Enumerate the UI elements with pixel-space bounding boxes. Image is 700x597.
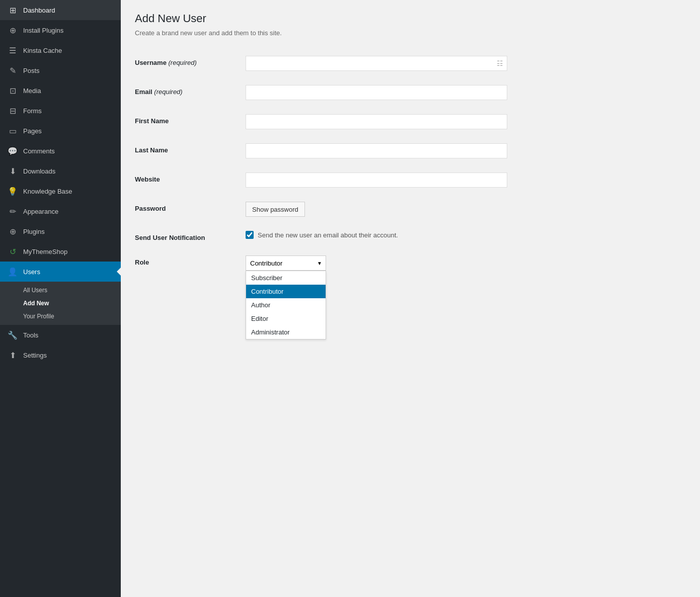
role-dropdown-trigger[interactable]: Contributor ▼ bbox=[246, 255, 326, 271]
username-input-wrap: ☷ bbox=[246, 56, 507, 71]
posts-icon: ✎ bbox=[7, 65, 18, 76]
comments-icon: 💬 bbox=[7, 145, 18, 156]
password-label: Password bbox=[135, 202, 246, 212]
dropdown-arrow-icon: ▼ bbox=[317, 261, 322, 266]
notification-checkbox-row: Send the new user an email about their a… bbox=[246, 231, 686, 239]
sidebar-item-downloads[interactable]: ⬇ Downloads bbox=[0, 161, 121, 181]
role-selected-value: Contributor bbox=[250, 260, 282, 267]
install-plugins-icon: ⊕ bbox=[7, 25, 18, 36]
lastname-field-wrap bbox=[246, 143, 686, 158]
sidebar-item-install-plugins[interactable]: ⊕ Install Plugins bbox=[0, 20, 121, 40]
sidebar-item-media[interactable]: ⊡ Media bbox=[0, 80, 121, 101]
password-field-wrap: Show password bbox=[246, 202, 686, 217]
username-field: ☷ bbox=[246, 56, 686, 71]
role-option-contributor[interactable]: Contributor bbox=[246, 285, 326, 298]
notification-checkbox-label: Send the new user an email about their a… bbox=[258, 231, 398, 239]
main-content: Add New User Create a brand new user and… bbox=[121, 0, 700, 597]
knowledge-base-icon: 💡 bbox=[7, 186, 18, 197]
sidebar-item-tools[interactable]: 🔧 Tools bbox=[0, 325, 121, 345]
role-select-wrap: Subscriber Contributor Author Editor Adm… bbox=[246, 255, 326, 271]
lastname-label: Last Name bbox=[135, 143, 246, 154]
users-submenu: All Users Add New Your Profile bbox=[0, 282, 121, 325]
username-input[interactable] bbox=[246, 56, 507, 71]
email-row: Email (required) bbox=[135, 78, 686, 107]
sidebar-item-label: Install Plugins bbox=[23, 27, 63, 34]
role-option-editor[interactable]: Editor bbox=[246, 312, 326, 325]
sidebar-item-settings[interactable]: ⬆ Settings bbox=[0, 345, 121, 365]
sidebar-item-label: Pages bbox=[23, 127, 42, 135]
sidebar-item-label: Plugins bbox=[23, 228, 45, 235]
email-label: Email (required) bbox=[135, 85, 246, 96]
sidebar-item-kinsta-cache[interactable]: ☰ Kinsta Cache bbox=[0, 40, 121, 60]
notification-label: Send User Notification bbox=[135, 231, 246, 241]
lastname-input[interactable] bbox=[246, 143, 507, 158]
sidebar-item-label: Settings bbox=[23, 352, 47, 359]
lastname-row: Last Name bbox=[135, 136, 686, 165]
sidebar-item-label: Downloads bbox=[23, 167, 55, 175]
sidebar-item-label: Tools bbox=[23, 331, 38, 339]
sidebar-item-label: Media bbox=[23, 87, 41, 95]
sidebar-item-label: Kinsta Cache bbox=[23, 47, 62, 54]
pages-icon: ▭ bbox=[7, 125, 18, 136]
website-row: Website bbox=[135, 165, 686, 195]
email-input[interactable] bbox=[246, 85, 507, 100]
dashboard-icon: ⊞ bbox=[7, 5, 18, 16]
submit-row: Add New User bbox=[135, 286, 686, 306]
sidebar: ⊞ Dashboard ⊕ Install Plugins ☰ Kinsta C… bbox=[0, 0, 121, 597]
role-field-wrap: Subscriber Contributor Author Editor Adm… bbox=[246, 255, 686, 271]
media-icon: ⊡ bbox=[7, 85, 18, 96]
role-row: Role Subscriber Contributor Author Edito… bbox=[135, 248, 686, 278]
website-input[interactable] bbox=[246, 173, 507, 188]
username-row: Username (required) ☷ bbox=[135, 49, 686, 78]
sidebar-item-label: Posts bbox=[23, 67, 40, 74]
plugins-icon: ⊕ bbox=[7, 226, 18, 237]
role-label: Role bbox=[135, 255, 246, 266]
sidebar-item-label: Appearance bbox=[23, 208, 58, 215]
sidebar-item-comments[interactable]: 💬 Comments bbox=[0, 141, 121, 161]
role-option-administrator[interactable]: Administrator bbox=[246, 325, 326, 339]
notification-row: Send User Notification Send the new user… bbox=[135, 224, 686, 248]
firstname-field-wrap bbox=[246, 114, 686, 129]
firstname-input[interactable] bbox=[246, 114, 507, 129]
role-option-author[interactable]: Author bbox=[246, 298, 326, 312]
mythemeshop-icon: ↺ bbox=[7, 246, 18, 257]
show-password-button[interactable]: Show password bbox=[246, 202, 305, 217]
page-subtitle: Create a brand new user and add them to … bbox=[135, 29, 686, 37]
email-field-wrap bbox=[246, 85, 686, 100]
role-dropdown-open: Subscriber Contributor Author Editor Adm… bbox=[246, 271, 326, 339]
sidebar-item-label: Knowledge Base bbox=[23, 188, 72, 195]
sidebar-item-mythemeshop[interactable]: ↺ MyThemeShop bbox=[0, 241, 121, 262]
sidebar-item-appearance[interactable]: ✏ Appearance bbox=[0, 201, 121, 221]
submenu-all-users[interactable]: All Users bbox=[0, 284, 121, 297]
firstname-label: First Name bbox=[135, 114, 246, 125]
submenu-add-new[interactable]: Add New bbox=[0, 297, 121, 310]
users-icon: 👤 bbox=[7, 266, 18, 277]
sidebar-item-label: Comments bbox=[23, 147, 55, 155]
submenu-your-profile[interactable]: Your Profile bbox=[0, 310, 121, 323]
contact-card-icon: ☷ bbox=[497, 59, 503, 67]
sidebar-item-forms[interactable]: ⊟ Forms bbox=[0, 101, 121, 121]
kinsta-cache-icon: ☰ bbox=[7, 45, 18, 56]
notification-checkbox[interactable] bbox=[246, 231, 254, 239]
sidebar-item-label: Users bbox=[23, 268, 40, 276]
sidebar-item-knowledge-base[interactable]: 💡 Knowledge Base bbox=[0, 181, 121, 201]
role-option-subscriber[interactable]: Subscriber bbox=[246, 271, 326, 285]
sidebar-item-dashboard[interactable]: ⊞ Dashboard bbox=[0, 0, 121, 20]
firstname-row: First Name bbox=[135, 107, 686, 136]
sidebar-item-posts[interactable]: ✎ Posts bbox=[0, 60, 121, 80]
downloads-icon: ⬇ bbox=[7, 165, 18, 177]
page-title: Add New User bbox=[135, 12, 686, 25]
website-label: Website bbox=[135, 173, 246, 183]
tools-icon: 🔧 bbox=[7, 329, 18, 340]
sidebar-item-label: Dashboard bbox=[23, 7, 55, 14]
sidebar-item-label: MyThemeShop bbox=[23, 248, 67, 255]
forms-icon: ⊟ bbox=[7, 105, 18, 116]
sidebar-item-plugins[interactable]: ⊕ Plugins bbox=[0, 221, 121, 241]
sidebar-item-pages[interactable]: ▭ Pages bbox=[0, 121, 121, 141]
settings-icon: ⬆ bbox=[7, 350, 18, 361]
sidebar-item-label: Forms bbox=[23, 107, 42, 115]
notification-field-wrap: Send the new user an email about their a… bbox=[246, 231, 686, 239]
role-dropdown-container: Contributor ▼ Subscriber Contributor Aut… bbox=[246, 255, 326, 271]
sidebar-item-users[interactable]: 👤 Users bbox=[0, 262, 121, 282]
appearance-icon: ✏ bbox=[7, 206, 18, 217]
